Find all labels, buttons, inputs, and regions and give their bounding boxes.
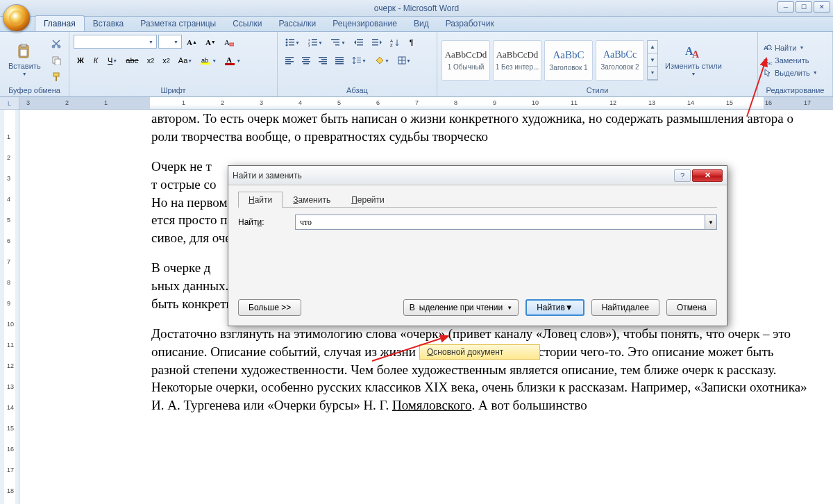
font-label: Шрифт (74, 85, 273, 95)
subscript-button[interactable]: x2 (144, 53, 158, 68)
find-button[interactable]: AНайти ▼ (762, 43, 828, 53)
ruler-corner[interactable]: L (0, 97, 19, 109)
shrink-font-button[interactable]: A▼ (202, 35, 219, 50)
bullets-button[interactable]: ▼ (282, 35, 303, 50)
show-marks-button[interactable]: ¶ (405, 35, 419, 50)
dialog-tab-find[interactable]: Найти (238, 192, 283, 208)
format-painter-button[interactable] (48, 69, 65, 85)
style-heading2[interactable]: AaBbCcЗаголовок 2 (596, 40, 644, 81)
borders-button[interactable]: ▼ (394, 53, 414, 68)
highlight-button[interactable]: ab▼ (197, 53, 220, 68)
ruler-horizontal[interactable]: L 3211234567891011121314151617 (0, 97, 833, 110)
tab-mailings[interactable]: Рассылки (270, 16, 324, 31)
svg-rect-43 (303, 59, 309, 60)
group-editing: AНайти ▼ abacЗаменить Выделить ▼ Редакти… (758, 32, 833, 96)
style-nospacing[interactable]: AaBbCcDd1 Без интер... (493, 40, 541, 81)
strike-button[interactable]: abe (122, 53, 142, 68)
svg-text:Z: Z (390, 43, 393, 47)
svg-rect-33 (372, 39, 378, 40)
close-button[interactable]: ✕ (814, 1, 830, 12)
find-in-dropdown-item[interactable]: Основной документ (419, 344, 540, 360)
indent-decrease-button[interactable] (351, 35, 367, 50)
tab-developer[interactable]: Разработчик (437, 16, 503, 31)
find-history-button[interactable]: ▼ (705, 215, 717, 230)
svg-text:ac: ac (768, 61, 772, 65)
ruler-h-track[interactable]: 3211234567891011121314151617 (19, 97, 833, 109)
find-icon: A (764, 44, 772, 52)
superscript-button[interactable]: x2 (159, 53, 174, 68)
style-normal[interactable]: AaBbCcDd1 Обычный (441, 40, 490, 81)
svg-rect-50 (335, 57, 344, 58)
svg-rect-52 (335, 61, 344, 62)
indent-increase-button[interactable] (369, 35, 385, 50)
svg-rect-56 (357, 62, 361, 62)
svg-rect-45 (303, 63, 309, 65)
styles-label: Стили (441, 85, 753, 95)
tab-review[interactable]: Рецензирование (324, 16, 405, 31)
font-size-combo[interactable]: ▼ (158, 35, 182, 49)
replace-button[interactable]: abacЗаменить (762, 56, 828, 65)
doc-paragraph[interactable]: Достаточно взглянуть на этимологию слова… (151, 325, 812, 414)
dialog-tab-replace[interactable]: Заменить (283, 192, 341, 208)
more-button[interactable]: Больше >> (238, 299, 301, 316)
find-next-button[interactable]: Найти далее (591, 299, 659, 316)
minimize-button[interactable]: ─ (777, 1, 794, 12)
dialog-titlebar[interactable]: Найти и заменить ? ✕ (228, 166, 727, 185)
font-color-button[interactable]: A▼ (221, 53, 244, 68)
justify-button[interactable] (332, 53, 347, 68)
bold-button[interactable]: Ж (74, 53, 87, 68)
svg-point-15 (286, 39, 288, 41)
svg-rect-6 (55, 59, 60, 65)
reading-highlight-button[interactable]: Выделение при чтении▼ (403, 299, 519, 316)
office-button[interactable] (3, 4, 31, 32)
sort-button[interactable]: AZ (387, 35, 403, 50)
styles-scroll[interactable]: ▲▼▾ (647, 40, 658, 81)
svg-rect-1 (21, 44, 26, 47)
replace-icon: abac (764, 56, 772, 65)
svg-rect-8 (56, 76, 57, 81)
ribbon-tabs: Главная Вставка Разметка страницы Ссылки… (0, 17, 833, 32)
group-styles: AaBbCcDd1 Обычный AaBbCcDd1 Без интер...… (437, 32, 758, 96)
svg-rect-27 (331, 39, 339, 40)
grow-font-button[interactable]: A▲ (183, 35, 201, 50)
maximize-button[interactable]: ☐ (796, 1, 812, 12)
style-heading1[interactable]: AaBbCЗаголовок 1 (544, 40, 593, 81)
doc-paragraph[interactable]: автором. То есть очерк может быть написа… (151, 110, 812, 145)
change-styles-button[interactable]: AA Изменить стили ▼ (661, 41, 726, 79)
cancel-button[interactable]: Отмена (666, 299, 717, 316)
dialog-help-button[interactable]: ? (674, 169, 691, 182)
dialog-tab-goto[interactable]: Перейти (341, 192, 395, 208)
dialog-close-button[interactable]: ✕ (692, 169, 723, 182)
find-input[interactable] (295, 215, 705, 230)
cut-button[interactable] (48, 36, 65, 51)
shading-button[interactable]: ▼ (371, 53, 393, 68)
svg-rect-7 (53, 73, 59, 76)
numbering-button[interactable]: 123▼ (305, 35, 326, 50)
line-spacing-button[interactable]: ▼ (348, 53, 370, 68)
align-center-button[interactable] (298, 53, 314, 68)
tab-view[interactable]: Вид (405, 16, 437, 31)
window-title: очерк - Microsoft Word (374, 3, 459, 13)
svg-point-19 (286, 44, 288, 47)
svg-rect-46 (319, 57, 327, 58)
tab-insert[interactable]: Вставка (85, 16, 133, 31)
clear-format-button[interactable]: A (221, 35, 237, 50)
align-right-button[interactable] (315, 53, 330, 68)
svg-rect-55 (357, 60, 361, 60)
underline-button[interactable]: Ч ▼ (104, 53, 121, 68)
select-button[interactable]: Выделить ▼ (762, 68, 828, 78)
multilevel-button[interactable]: ▼ (328, 35, 349, 50)
copy-button[interactable] (48, 53, 65, 68)
find-in-button[interactable]: Найти в ▼ (525, 299, 584, 316)
paragraph-label: Абзац (282, 85, 432, 95)
tab-references[interactable]: Ссылки (224, 16, 270, 31)
align-left-button[interactable] (282, 53, 297, 68)
font-name-combo[interactable]: ▼ (74, 35, 157, 49)
ruler-vertical[interactable]: 123456789101112131415161718 (0, 110, 19, 504)
tab-home[interactable]: Главная (35, 15, 85, 31)
tab-layout[interactable]: Разметка страницы (132, 16, 224, 31)
paste-button[interactable]: Вставить ▼ (4, 41, 45, 79)
change-case-button[interactable]: Aa▼ (175, 53, 196, 68)
svg-rect-32 (357, 44, 363, 46)
italic-button[interactable]: К (89, 53, 103, 68)
